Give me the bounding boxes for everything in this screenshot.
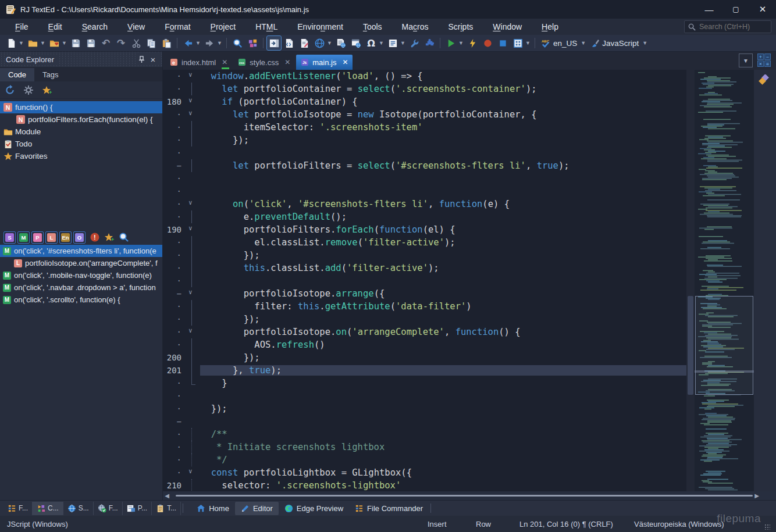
doc-tab-style.css[interactable]: cssstyle.css✕ (233, 55, 295, 70)
code-line[interactable]: ·∨ let portfolioIsotope = new Isotope(po… (163, 108, 686, 121)
code-line[interactable]: · /** (163, 428, 686, 441)
code-line[interactable]: 200 }); (163, 351, 686, 364)
code-line[interactable]: −∨ portfolioIsotope.arrange({ (163, 287, 686, 300)
line-gutter[interactable]: 180 (163, 97, 185, 106)
fold-marker[interactable] (185, 134, 200, 147)
code-line[interactable]: · (163, 274, 686, 287)
code-line[interactable]: − (163, 415, 686, 428)
line-gutter[interactable]: · (163, 302, 185, 311)
fold-marker[interactable] (185, 172, 200, 185)
minimap-viewport[interactable] (695, 296, 753, 395)
line-gutter[interactable]: · (163, 327, 185, 337)
tab-list-dropdown[interactable]: ▼ (739, 53, 753, 67)
special-chars-button[interactable]: Ω (364, 36, 378, 50)
document-list-button[interactable] (386, 36, 400, 50)
paste-button[interactable] (159, 36, 173, 50)
fold-marker[interactable]: ∨ (185, 95, 200, 108)
stop-button[interactable] (496, 36, 510, 50)
line-gutter[interactable]: 190 (163, 225, 185, 234)
panel-tab-F[interactable]: F... (94, 502, 123, 515)
line-gutter[interactable]: 201 (163, 366, 185, 375)
line-gutter[interactable]: − (163, 417, 185, 426)
spellcheck-button[interactable]: ABCen_US (539, 36, 580, 50)
wrench-button[interactable] (407, 36, 421, 50)
fold-marker[interactable] (185, 249, 200, 262)
status-insert-mode[interactable]: Insert (428, 520, 447, 529)
search-small-icon[interactable] (119, 232, 129, 242)
code-line[interactable]: · el.classList.remove('filter-active'); (163, 236, 686, 249)
fold-marker[interactable] (185, 121, 200, 134)
fold-marker[interactable] (185, 428, 200, 441)
line-gutter[interactable]: − (163, 161, 185, 170)
assistant-diamond-icon[interactable] (759, 74, 769, 85)
fold-marker[interactable] (185, 402, 200, 415)
document-script-button[interactable] (282, 36, 296, 50)
fold-marker[interactable] (185, 274, 200, 287)
panel-tab-T[interactable]: T... (152, 502, 181, 515)
fold-marker[interactable]: ∨ (185, 108, 200, 121)
fold-marker[interactable]: ∨ (185, 198, 200, 210)
star-add-icon[interactable]: + (104, 232, 115, 242)
close-tab-icon[interactable]: ✕ (284, 58, 290, 66)
fold-marker[interactable] (185, 185, 200, 198)
open-folder-button[interactable] (26, 36, 40, 50)
back-button[interactable] (181, 36, 195, 50)
tree-item[interactable]: NportfolioFilters.forEach(function(el) { (0, 113, 162, 126)
organize-blocks-button[interactable] (245, 36, 259, 50)
redo-button[interactable]: ↷ (114, 36, 128, 50)
menu-help[interactable]: Help (535, 20, 565, 33)
hscroll-thumb[interactable] (176, 495, 753, 497)
minimize-button[interactable]: — (696, 0, 722, 19)
toggle-sidebar-button[interactable] (267, 36, 281, 50)
line-gutter[interactable]: · (163, 430, 185, 439)
undo-button[interactable]: ↶ (99, 36, 113, 50)
line-gutter[interactable]: · (163, 251, 185, 260)
horizontal-scrollbar[interactable]: ◀ ▶ (163, 491, 776, 500)
doc-tab-index.html[interactable]: eindex.html✕ (165, 55, 232, 70)
filter-chip-m[interactable]: M (17, 231, 30, 244)
menu-scripts[interactable]: Scripts (441, 20, 480, 33)
fold-marker[interactable] (185, 210, 200, 223)
line-gutter[interactable]: · (163, 379, 185, 388)
line-gutter[interactable]: · (163, 391, 185, 401)
panel-tab-S[interactable]: S... (63, 502, 94, 515)
menu-project[interactable]: Project (204, 20, 243, 33)
line-gutter[interactable]: · (163, 148, 185, 158)
line-gutter[interactable]: · (163, 468, 185, 477)
dropdown-arrow-icon[interactable]: ▼ (642, 36, 647, 50)
code-line[interactable]: 210 selector: '.screenshots-lightbox' (163, 479, 686, 491)
code-line[interactable]: · filter: this.getAttribute('data-filter… (163, 300, 686, 313)
window-globe-button[interactable] (349, 36, 363, 50)
filter-chip-o[interactable]: O (73, 231, 86, 244)
fold-marker[interactable]: ∨ (185, 70, 200, 83)
fold-marker[interactable] (185, 147, 200, 159)
menu-format[interactable]: Format (158, 20, 197, 33)
refresh-icon[interactable] (5, 85, 15, 95)
fold-marker[interactable] (185, 390, 200, 402)
status-row-mode[interactable]: Row (476, 520, 491, 529)
copy-button[interactable] (144, 36, 158, 50)
event-list-item[interactable]: Mon('click', '.scrollto', function(e) { (0, 294, 162, 306)
fold-marker[interactable]: ∨ (185, 326, 200, 338)
line-gutter[interactable]: · (163, 84, 185, 94)
line-gutter[interactable]: · (163, 315, 185, 324)
view-tab-editor[interactable]: Editor (235, 502, 279, 515)
fold-marker[interactable] (185, 236, 200, 249)
line-gutter[interactable]: · (163, 340, 185, 349)
dropdown-arrow-icon[interactable]: ▼ (40, 36, 45, 50)
line-gutter[interactable]: · (163, 212, 185, 222)
code-line[interactable]: ·∨ on('click', '#screenshots-flters li',… (163, 198, 686, 210)
explorer-tab-tags[interactable]: Tags (34, 68, 66, 81)
filter-chip-en[interactable]: En (59, 231, 72, 244)
line-gutter[interactable]: · (163, 404, 185, 413)
document-edit-button[interactable] (297, 36, 311, 50)
cut-button[interactable] (129, 36, 143, 50)
status-encoding[interactable]: Västeuropeiska (Windows) (634, 520, 724, 529)
line-gutter[interactable]: · (163, 110, 185, 119)
code-line[interactable]: − let portfolioFilters = select('#screen… (163, 159, 686, 172)
dropdown-arrow-icon[interactable]: ▼ (195, 36, 201, 50)
view-tab-home[interactable]: Home (191, 502, 235, 515)
line-gutter[interactable]: · (163, 263, 185, 273)
view-tab-edge-preview[interactable]: Edge Preview (279, 502, 349, 515)
close-button[interactable]: ✕ (749, 0, 776, 19)
